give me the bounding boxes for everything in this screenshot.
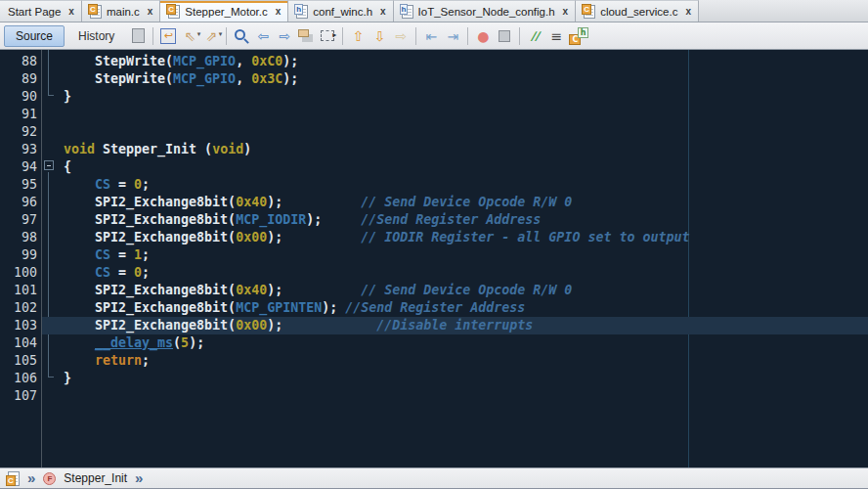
line-number[interactable]: 99 bbox=[0, 246, 37, 264]
code-editor[interactable]: 88 StepWrite(MCP_GPIO, 0xC0);89 StepWrit… bbox=[0, 50, 868, 467]
line-number[interactable]: 103 bbox=[0, 317, 37, 334]
line-number[interactable]: 92 bbox=[0, 123, 37, 141]
close-icon[interactable]: x bbox=[148, 6, 153, 17]
next-bookmark-icon[interactable]: ⇩ bbox=[369, 26, 389, 46]
code-line-93[interactable]: 93void Stepper_Init (void) bbox=[0, 141, 868, 158]
tab-cloud-service-c[interactable]: cloud_service.cx bbox=[576, 0, 699, 22]
line-number[interactable]: 93 bbox=[0, 141, 37, 158]
code-line-97[interactable]: 97 SPI2_Exchange8bit(MCP_IODIR); //Send … bbox=[0, 211, 868, 229]
c-file-icon[interactable] bbox=[8, 471, 20, 486]
history-view-button[interactable]: History bbox=[66, 25, 126, 47]
toolbar-separator bbox=[519, 27, 520, 45]
line-number[interactable]: 97 bbox=[0, 211, 37, 229]
code-area[interactable]: 88 StepWrite(MCP_GPIO, 0xC0);89 StepWrit… bbox=[0, 53, 868, 405]
code-line-94[interactable]: 94{ bbox=[0, 158, 868, 176]
code-line-89[interactable]: 89 StepWrite(MCP_GPIO, 0x3C); bbox=[0, 70, 868, 88]
c-file-icon bbox=[90, 5, 102, 19]
find-next-icon[interactable]: ⇨ bbox=[275, 26, 294, 46]
toggle-bookmark-icon[interactable]: ⇨ bbox=[391, 26, 411, 46]
code-text: return; bbox=[64, 352, 150, 370]
line-number[interactable]: 88 bbox=[0, 53, 37, 70]
chevron-right-icon[interactable]: » bbox=[27, 468, 35, 488]
line-number[interactable]: 102 bbox=[0, 299, 37, 317]
close-icon[interactable]: x bbox=[563, 6, 569, 17]
chevron-right-icon[interactable]: » bbox=[135, 468, 143, 488]
tab-label: main.c bbox=[107, 6, 140, 18]
line-number[interactable]: 104 bbox=[0, 334, 37, 352]
toolbar-icon-group: ↩⇖⇗⇦⇨⇧⇩⇨⇤⇥●//≡ bbox=[128, 26, 589, 46]
toggle-header-source-icon[interactable] bbox=[568, 26, 589, 46]
code-line-101[interactable]: 101 SPI2_Exchange8bit(0x40); // Send Dev… bbox=[0, 282, 868, 299]
find-selection-icon[interactable] bbox=[232, 26, 251, 46]
tab-main-c[interactable]: main.cx bbox=[82, 0, 160, 22]
line-number[interactable]: 89 bbox=[0, 70, 37, 88]
rect-selection-icon[interactable] bbox=[318, 26, 337, 46]
code-line-99[interactable]: 99 CS = 1; bbox=[0, 246, 868, 264]
code-line-104[interactable]: 104 __delay_ms(5); bbox=[0, 334, 868, 352]
code-text: StepWrite(MCP_GPIO, 0x3C); bbox=[64, 70, 298, 88]
back-icon[interactable]: ⇖ bbox=[180, 26, 199, 46]
code-text: } bbox=[64, 370, 71, 387]
toolbar-separator bbox=[415, 27, 416, 45]
code-line-106[interactable]: 106} bbox=[0, 370, 868, 387]
line-number[interactable]: 98 bbox=[0, 229, 37, 246]
tab-label: cloud_service.c bbox=[600, 6, 677, 18]
jump-last-edit-icon[interactable]: ↩ bbox=[160, 28, 176, 44]
line-number[interactable]: 94 bbox=[0, 158, 37, 176]
last-edited-doc-icon[interactable] bbox=[128, 26, 148, 46]
code-line-90[interactable]: 90} bbox=[0, 88, 868, 106]
tab-label: IoT_Sensor_Node_config.h bbox=[418, 6, 555, 18]
code-line-100[interactable]: 100 CS = 0; bbox=[0, 264, 868, 282]
c-file-icon bbox=[168, 5, 180, 19]
uncomment-icon[interactable]: ≡ bbox=[546, 26, 566, 46]
comment-icon[interactable]: // bbox=[525, 26, 544, 46]
code-line-107[interactable]: 107 bbox=[0, 387, 868, 405]
breadcrumb-function-label[interactable]: Stepper_Init bbox=[64, 471, 127, 485]
forward-icon[interactable]: ⇗ bbox=[201, 26, 221, 46]
line-number[interactable]: 91 bbox=[0, 106, 37, 123]
code-text: CS = 0; bbox=[64, 264, 150, 282]
code-line-98[interactable]: 98 SPI2_Exchange8bit(0x00); // IODIR Reg… bbox=[0, 229, 868, 246]
tab-iot-sensor-node-config-h[interactable]: IoT_Sensor_Node_config.hx bbox=[394, 0, 577, 22]
editor-tab-bar: Start Pagexmain.cxStepper_Motor.cxconf_w… bbox=[0, 0, 868, 22]
close-icon[interactable]: x bbox=[276, 6, 282, 17]
tab-stepper-motor-c[interactable]: Stepper_Motor.cx bbox=[160, 0, 288, 22]
code-line-105[interactable]: 105 return; bbox=[0, 352, 868, 370]
line-number[interactable]: 100 bbox=[0, 264, 37, 282]
code-line-103[interactable]: 103 SPI2_Exchange8bit(0x00); //Disable i… bbox=[0, 317, 868, 334]
close-icon[interactable]: x bbox=[685, 6, 691, 17]
close-icon[interactable]: x bbox=[380, 6, 386, 17]
line-number[interactable]: 96 bbox=[0, 194, 37, 211]
shift-right-icon[interactable]: ⇥ bbox=[443, 26, 462, 46]
record-macro-icon[interactable]: ● bbox=[473, 26, 493, 46]
code-text: } bbox=[64, 88, 71, 106]
prev-bookmark-icon[interactable]: ⇧ bbox=[348, 26, 368, 46]
tab-start-page[interactable]: Start Pagex bbox=[0, 0, 82, 22]
find-previous-icon[interactable]: ⇦ bbox=[253, 26, 273, 46]
code-line-92[interactable]: 92 bbox=[0, 123, 868, 141]
line-number[interactable]: 105 bbox=[0, 352, 37, 370]
tab-label: Start Page bbox=[8, 6, 61, 18]
tab-label: Stepper_Motor.c bbox=[185, 6, 267, 18]
shift-left-icon[interactable]: ⇤ bbox=[421, 26, 441, 46]
code-line-102[interactable]: 102 SPI2_Exchange8bit(MCP_GPINTEN); //Se… bbox=[0, 299, 868, 317]
line-number[interactable]: 101 bbox=[0, 282, 37, 299]
code-text: SPI2_Exchange8bit(MCP_GPINTEN); //Send R… bbox=[64, 299, 525, 317]
line-number[interactable]: 107 bbox=[0, 387, 37, 405]
code-line-91[interactable]: 91 bbox=[0, 106, 868, 123]
code-line-88[interactable]: 88 StepWrite(MCP_GPIO, 0xC0); bbox=[0, 53, 868, 70]
close-icon[interactable]: x bbox=[68, 6, 74, 17]
stop-macro-icon[interactable] bbox=[495, 26, 514, 46]
h-file-icon bbox=[402, 5, 413, 19]
line-number[interactable]: 90 bbox=[0, 88, 37, 106]
code-line-95[interactable]: 95 CS = 0; bbox=[0, 176, 868, 194]
code-text: CS = 1; bbox=[64, 246, 150, 264]
code-line-96[interactable]: 96 SPI2_Exchange8bit(0x40); // Send Devi… bbox=[0, 194, 868, 211]
line-number[interactable]: 95 bbox=[0, 176, 37, 194]
tab-conf-winc-h[interactable]: conf_winc.hx bbox=[288, 0, 393, 22]
toggle-highlight-icon[interactable] bbox=[296, 26, 316, 46]
line-number[interactable]: 106 bbox=[0, 370, 37, 387]
breadcrumb: » F Stepper_Init » bbox=[0, 467, 868, 489]
source-view-button[interactable]: Source bbox=[4, 25, 65, 47]
toolbar-separator bbox=[226, 27, 227, 45]
